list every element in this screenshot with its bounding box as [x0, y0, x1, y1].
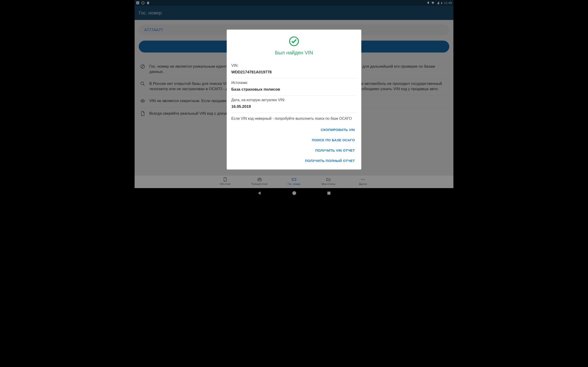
dialog-body: VIN: WDD2174781A019778 Источник: База ст…: [231, 61, 357, 123]
search-osago-button[interactable]: ПОИСК ПО БАЗЕ ОСАГО: [310, 135, 357, 145]
get-vin-report-button[interactable]: ПОЛУЧИТЬ VIN ОТЧЕТ: [313, 145, 357, 156]
app-screen: A 11:49 Гос. номер: [135, 0, 453, 199]
field-vin: VIN: WDD2174781A019778: [231, 61, 357, 78]
field-date: Дата, на которую актуален VIN: 16.05.201…: [231, 96, 357, 113]
modal-overlay[interactable]: Был найден VIN VIN: WDD2174781A019778 Ис…: [135, 0, 453, 199]
vin-found-dialog: Был найден VIN VIN: WDD2174781A019778 Ис…: [227, 30, 361, 169]
field-label: Источник:: [231, 81, 357, 85]
get-full-report-button[interactable]: ПОЛУЧИТЬ ПОЛНЫЙ ОТЧЕТ: [303, 156, 357, 166]
dialog-hint: Если VIN код неверный - попробуйте выпол…: [231, 113, 357, 123]
field-value: WDD2174781A019778: [231, 70, 357, 75]
field-label: VIN:: [231, 64, 357, 68]
field-value: 16.05.2019: [231, 104, 357, 109]
success-check-icon: [231, 36, 357, 47]
dialog-actions: СКОПИРОВАТЬ VIN ПОИСК ПО БАЗЕ ОСАГО ПОЛУ…: [231, 125, 357, 166]
dialog-title: Был найден VIN: [231, 50, 357, 56]
field-value: База страховых полисов: [231, 87, 357, 92]
field-label: Дата, на которую актуален VIN:: [231, 98, 357, 102]
field-source: Источник: База страховых полисов: [231, 78, 357, 96]
copy-vin-button[interactable]: СКОПИРОВАТЬ VIN: [319, 125, 357, 135]
